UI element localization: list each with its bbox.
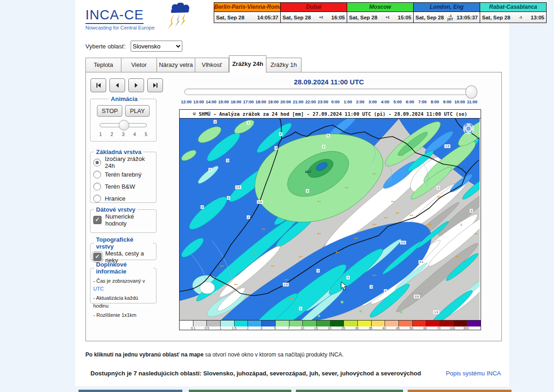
- scale-label: 5: [274, 327, 276, 330]
- clock-city-time: Sat, Sep 2814:05:37: [214, 12, 280, 23]
- skip-to-start-icon: [96, 83, 102, 88]
- fullscreen-icon[interactable]: [463, 123, 474, 134]
- clock-date: Sat, Sep 28: [283, 15, 311, 20]
- svg-text:5: 5: [280, 132, 282, 136]
- tab-zr-ky-24h[interactable]: Zrážky 24h: [229, 55, 266, 73]
- speed-label: 5: [145, 132, 147, 137]
- svg-text:3: 3: [370, 285, 372, 288]
- radio-button[interactable]: [93, 159, 101, 166]
- clock-city-name: Moscow: [347, 3, 413, 12]
- timeline-tick: 10:00: [453, 100, 466, 104]
- timeline-slider-handle[interactable]: [465, 85, 477, 99]
- world-clock-bar: Berlin-Paris-Vienna-RomaSat, Sep 2814:05…: [214, 2, 547, 23]
- scale-label: 70: [437, 327, 440, 330]
- color-scale: 0.10.511.5235710152025303540455060701003…: [180, 320, 481, 330]
- timeline-tick: 4:00: [379, 100, 391, 104]
- next-frame-button[interactable]: [128, 78, 144, 92]
- tab-vietor[interactable]: Vietor: [121, 58, 157, 72]
- base-layer-legend: Základná vrstva: [94, 148, 143, 155]
- svg-text:1.5: 1.5: [434, 310, 439, 314]
- region-thumbnail-top[interactable]: [78, 390, 182, 392]
- scale-label: 15: [314, 327, 318, 330]
- radio-button[interactable]: [93, 183, 101, 190]
- map-hint-rest: sa otvorí nové okno v ktorom sa načítajú…: [204, 351, 343, 358]
- checkbox[interactable]: ✓: [93, 216, 102, 224]
- scale-cell: [344, 321, 358, 327]
- checkbox-label: Numerické hodnoty: [105, 213, 153, 227]
- scale-cell: [440, 321, 454, 327]
- play-button[interactable]: PLAY: [125, 105, 149, 117]
- svg-text:3: 3: [227, 159, 229, 162]
- speed-labels: 12345: [99, 132, 147, 137]
- map-hint-text: Po kliknutí na jednu vybranú oblasť na m…: [85, 351, 343, 358]
- radio-label: Terén B&W: [105, 183, 135, 190]
- tab-n-razy-vetra[interactable]: Nárazy vetra: [157, 58, 195, 72]
- region-thumbnail-top[interactable]: [408, 390, 512, 392]
- tab-teplota[interactable]: Teplota: [85, 58, 121, 72]
- timeline-tick: 1:00: [342, 100, 354, 104]
- radio-option-row: Terén farebný: [93, 168, 153, 180]
- map-title: © SHMÚ - Analýza zrážok za 24 hod [mm] -…: [180, 110, 481, 119]
- animation-legend: Animácia: [109, 95, 139, 102]
- clock-date: Sat, Sep 28: [416, 15, 444, 20]
- svg-text:3: 3: [437, 186, 439, 189]
- timeline-tick: 5:00: [391, 100, 404, 104]
- tab-vlhkos-[interactable]: Vlhkosť: [195, 58, 229, 72]
- svg-text:3: 3: [247, 121, 249, 124]
- map-hint-bold: Po kliknutí na jednu vybranú oblasť na m…: [85, 351, 204, 358]
- utc-link[interactable]: UTC: [93, 286, 104, 291]
- scale-cell: [413, 321, 427, 327]
- first-frame-button[interactable]: [90, 78, 106, 92]
- checkbox[interactable]: ✓: [93, 253, 102, 261]
- info-item: - Aktualizácia každú hodinu: [93, 294, 153, 310]
- scale-cell: [248, 321, 262, 327]
- timeline-slider[interactable]: [184, 89, 476, 95]
- precipitation-map[interactable]: © SHMÚ - Analýza zrážok za 24 hod [mm] -…: [179, 109, 481, 330]
- last-frame-button[interactable]: [147, 78, 163, 92]
- timeline-tick: 7:00: [416, 100, 429, 104]
- svg-text:1.5: 1.5: [258, 200, 262, 203]
- next-icon: [133, 83, 139, 88]
- current-time-heading: 28.09.2024 11:00 UTC: [180, 78, 478, 86]
- radio-button[interactable]: [93, 171, 101, 178]
- svg-text:3: 3: [347, 276, 349, 279]
- scale-cell: [180, 321, 193, 327]
- clock-time: 13:05:37: [457, 15, 478, 20]
- scale-cell: [317, 321, 331, 327]
- speed-slider-handle[interactable]: [119, 120, 129, 131]
- clock-city-time: Sat, Sep 28-1)ST13:05:37: [414, 12, 480, 23]
- scale-label: 300: [464, 327, 469, 330]
- scale-cell: [454, 321, 468, 327]
- region-thumbnail-top[interactable]: [296, 390, 403, 392]
- region-select-row: Vyberte oblasť: Slovensko: [85, 41, 182, 52]
- scale-cell: [221, 321, 235, 327]
- region-select[interactable]: Slovensko: [131, 41, 182, 52]
- clock-city-time: Sat, Sep 28+115:05: [347, 12, 413, 23]
- radio-button[interactable]: [93, 195, 101, 202]
- map-canvas[interactable]: 2353331.51.52213520.50.130.51.533311.531…: [180, 119, 480, 320]
- timeline-tick: 12:00: [180, 100, 193, 104]
- svg-text:1: 1: [300, 307, 301, 310]
- inca-description-link[interactable]: Popis systému INCA: [443, 370, 501, 377]
- radio-label: Hranice: [105, 195, 126, 202]
- svg-text:0.5: 0.5: [401, 241, 405, 244]
- svg-text:3: 3: [275, 146, 277, 149]
- region-thumbnail-top[interactable]: [189, 390, 291, 392]
- scale-label: 40: [382, 327, 386, 330]
- clock-city: Rabat-CasablancaSat, Sep 28-113:05: [480, 3, 546, 23]
- clock-city-name: Rabat-Casablanca: [480, 3, 546, 12]
- scale-label: 3: [260, 327, 262, 330]
- clock-time: 16:05: [331, 15, 345, 20]
- stop-button[interactable]: STOP: [97, 105, 122, 117]
- svg-text:2: 2: [323, 145, 325, 148]
- region-select-label: Vyberte oblasť:: [85, 43, 126, 50]
- previous-frame-button[interactable]: [109, 78, 125, 92]
- speed-slider[interactable]: [100, 123, 147, 127]
- tab-zr-ky-1h[interactable]: Zrážky 1h: [266, 58, 301, 72]
- radio-option-row: Hranice: [93, 192, 153, 204]
- scale-cell: [289, 321, 303, 327]
- timeline-tick: 6:00: [404, 100, 416, 104]
- animation-fieldset: Animácia STOP PLAY 12345: [90, 95, 157, 142]
- scale-label: 100: [450, 327, 455, 330]
- data-layers-fieldset: Dátové vrstvy ✓Numerické hodnoty: [90, 206, 157, 233]
